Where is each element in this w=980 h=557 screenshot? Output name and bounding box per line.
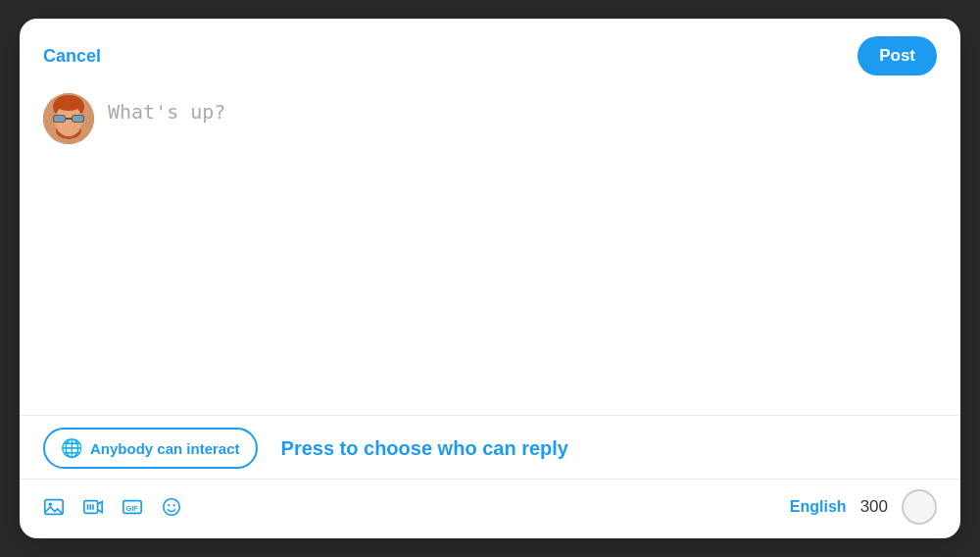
composer-area bbox=[20, 83, 960, 415]
toolbar: GIF English 300 bbox=[20, 479, 960, 538]
post-button[interactable]: Post bbox=[858, 36, 937, 76]
svg-rect-7 bbox=[54, 116, 65, 122]
globe-icon: 🌐 bbox=[61, 437, 82, 459]
modal-overlay: Cancel Post bbox=[0, 0, 980, 557]
cancel-button[interactable]: Cancel bbox=[43, 46, 101, 67]
anybody-label: Anybody can interact bbox=[90, 440, 240, 457]
language-label[interactable]: English bbox=[790, 498, 847, 516]
choose-reply-text: Press to choose who can reply bbox=[281, 437, 568, 460]
compose-modal: Cancel Post bbox=[20, 19, 960, 538]
svg-point-20 bbox=[173, 504, 175, 506]
avatar bbox=[43, 93, 94, 144]
modal-header: Cancel Post bbox=[20, 19, 960, 83]
char-count: 300 bbox=[860, 497, 888, 517]
svg-point-11 bbox=[49, 502, 53, 506]
toolbar-icons: GIF bbox=[43, 496, 790, 518]
image-icon[interactable] bbox=[43, 496, 65, 518]
interaction-bar: 🌐 Anybody can interact Press to choose w… bbox=[20, 416, 960, 479]
toolbar-right: English 300 bbox=[790, 489, 937, 525]
svg-point-9 bbox=[55, 95, 82, 111]
svg-text:GIF: GIF bbox=[126, 504, 139, 513]
composer-input[interactable] bbox=[108, 97, 937, 293]
anybody-can-interact-button[interactable]: 🌐 Anybody can interact bbox=[43, 428, 258, 469]
svg-point-18 bbox=[164, 499, 180, 516]
svg-rect-8 bbox=[73, 116, 83, 122]
video-icon[interactable] bbox=[82, 496, 104, 518]
emoji-icon[interactable] bbox=[161, 496, 182, 518]
progress-circle bbox=[902, 489, 937, 525]
gif-icon[interactable]: GIF bbox=[122, 496, 143, 518]
text-input-area[interactable] bbox=[108, 93, 937, 293]
svg-point-19 bbox=[168, 504, 170, 506]
